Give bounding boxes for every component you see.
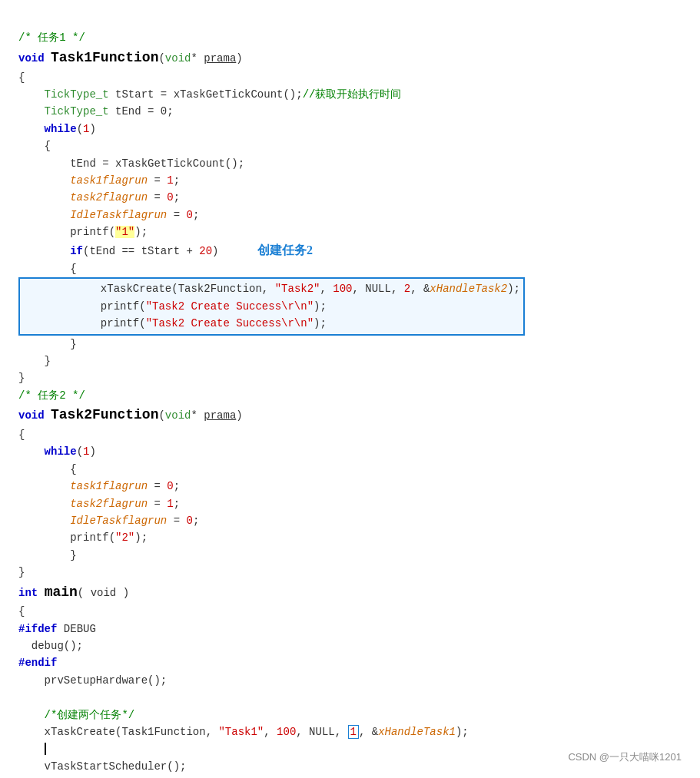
- highlight-xtaskcreate: xTaskCreate(Task2Function, "Task2", 100,…: [18, 277, 525, 335]
- footer-text: CSDN @一只大喵咪1201: [568, 750, 682, 764]
- kw-void1: void: [18, 52, 45, 65]
- code-content: /* 任务1 */ void Task1Function(void* prama…: [18, 12, 682, 778]
- comment-task1: /* 任务1 */: [18, 31, 85, 44]
- func-task1: Task1Function: [51, 50, 158, 65]
